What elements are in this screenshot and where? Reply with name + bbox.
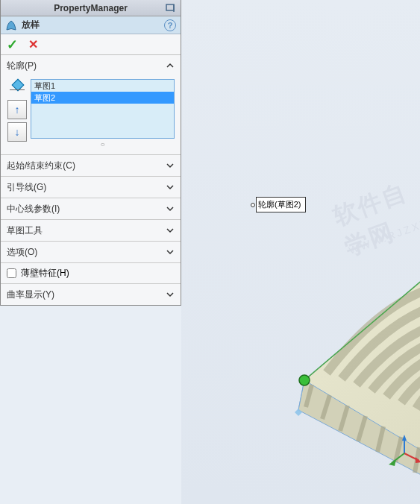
triad-icon — [386, 435, 420, 472]
options-header[interactable]: 选项(O) — [1, 242, 181, 262]
selection-callout[interactable]: 轮廓(草图2) — [256, 197, 306, 212]
chevron-down-icon — [166, 226, 175, 235]
loft-icon — [5, 19, 17, 31]
guides-header[interactable]: 引导线(G) — [1, 177, 181, 198]
sketchtools-section: 草图工具 — [1, 220, 181, 242]
svg-marker-21 — [402, 435, 407, 441]
chevron-down-icon — [166, 183, 175, 192]
curvature-header[interactable]: 曲率显示(Y) — [1, 284, 181, 305]
feature-name: 放样 — [22, 19, 40, 31]
profiles-header[interactable]: 轮廓(P) — [1, 55, 181, 76]
callout-text: 轮廓(草图2) — [258, 199, 301, 210]
centerline-section: 中心线参数(I) — [1, 198, 181, 220]
centerline-header[interactable]: 中心线参数(I) — [1, 198, 181, 219]
options-section: 选项(O) — [1, 242, 181, 263]
list-item[interactable]: 草图1 — [31, 80, 174, 92]
pin-button[interactable] — [164, 1, 178, 15]
constraints-section: 起始/结束约束(C) — [1, 155, 181, 177]
thinwall-checkbox[interactable] — [7, 268, 16, 278]
ok-cancel-bar: ✓ ✕ — [1, 34, 181, 55]
property-manager-panel: PropertyManager 放样 ? ✓ ✕ 轮廓(P) ↑ ↓ 草图1 — [0, 0, 181, 306]
curvature-label: 曲率显示(Y) — [7, 289, 54, 301]
svg-rect-26 — [166, 4, 174, 10]
list-item[interactable]: 草图2 — [31, 92, 174, 104]
chevron-down-icon — [166, 290, 175, 299]
profiles-label: 轮廓(P) — [7, 60, 37, 72]
list-resize-handle[interactable]: ○ — [31, 139, 175, 148]
pm-title: PropertyManager — [54, 3, 128, 13]
svg-line-19 — [372, 246, 420, 253]
guides-label: 引导线(G) — [7, 181, 46, 194]
chevron-down-icon — [166, 161, 175, 170]
svg-point-18 — [299, 375, 310, 385]
profiles-body: ↑ ↓ 草图1 草图2 ○ — [1, 76, 181, 154]
graphics-viewport[interactable]: 软件自学网 WWW.RJZXW.COM 小璐 — [181, 0, 420, 504]
curvature-section: 曲率显示(Y) — [1, 284, 181, 305]
chevron-down-icon — [166, 204, 175, 213]
chevron-up-icon — [166, 61, 175, 70]
callout-anchor-icon — [251, 203, 255, 207]
profiles-tools: ↑ ↓ — [7, 79, 28, 148]
centerline-label: 中心线参数(I) — [7, 203, 60, 215]
cancel-button[interactable]: ✕ — [28, 37, 38, 51]
sketchtools-header[interactable]: 草图工具 — [1, 220, 181, 241]
chevron-down-icon — [166, 248, 175, 256]
pm-header: PropertyManager — [1, 0, 181, 16]
profiles-section: 轮廓(P) ↑ ↓ 草图1 草图2 ○ — [1, 55, 181, 155]
guides-section: 引导线(G) — [1, 177, 181, 198]
feature-title-bar: 放样 ? — [1, 16, 181, 34]
svg-marker-25 — [389, 459, 396, 466]
move-up-button[interactable]: ↑ — [7, 100, 27, 119]
pin-icon — [165, 2, 177, 14]
thinwall-label: 薄壁特征(H) — [21, 267, 69, 280]
sketchtools-label: 草图工具 — [7, 224, 43, 237]
profile-selector-icon[interactable] — [10, 79, 25, 89]
move-down-button[interactable]: ↓ — [7, 122, 27, 142]
constraints-label: 起始/结束约束(C) — [7, 160, 75, 172]
constraints-header[interactable]: 起始/结束约束(C) — [1, 155, 181, 176]
thinwall-row: 薄壁特征(H) — [1, 263, 181, 284]
ok-button[interactable]: ✓ — [7, 37, 18, 53]
profiles-listbox[interactable]: 草图1 草图2 — [31, 79, 175, 139]
options-label: 选项(O) — [7, 246, 37, 259]
help-button[interactable]: ? — [164, 19, 176, 31]
